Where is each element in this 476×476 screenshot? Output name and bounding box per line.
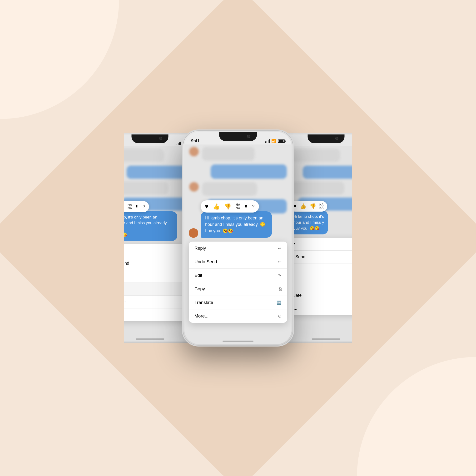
status-icons-center: 📶 xyxy=(265,138,285,143)
reaction-bar-left: 👎 HANA ‼ ? xyxy=(114,201,149,212)
menu-undosend-right[interactable]: Undo Send ↩ xyxy=(279,251,374,263)
notch-center xyxy=(219,132,257,141)
home-indicator-center xyxy=(222,340,254,342)
menu-translate-center[interactable]: Translate 🔤 xyxy=(189,296,287,309)
menu-translate-right[interactable]: Translate 🔤 xyxy=(279,289,374,302)
home-indicator-left xyxy=(136,339,164,340)
message-bubble-center: Hi lamb chop, it's only been an hour and… xyxy=(201,211,272,238)
home-indicator-right xyxy=(312,339,340,340)
phone-center: 9:41 📶 xyxy=(183,131,293,345)
status-time-center: 9:41 xyxy=(191,138,200,143)
notch-right xyxy=(308,135,345,143)
status-icons-right: 📶 xyxy=(353,141,371,146)
context-menu-center: Reply ↩ Undo Send ↩ Edit ✎ xyxy=(189,241,287,323)
reaction-bar-right: ♥ 👍 👎 HANA xyxy=(290,201,327,212)
menu-undosend-center[interactable]: Undo Send ↩ xyxy=(189,255,287,269)
message-bubble-right: Hi lamb chop, it'shour and I miss yLuv y… xyxy=(289,211,328,235)
menu-copy-right[interactable]: Copy ⎘ xyxy=(279,276,374,289)
message-bubble-left: chop, it's only been anhour and I miss y… xyxy=(113,211,177,241)
menu-copy-center[interactable]: Copy ⎘ xyxy=(189,282,287,296)
menu-reply-center[interactable]: Reply ↩ xyxy=(189,241,287,255)
menu-edit-center[interactable]: Edit ✎ xyxy=(189,269,287,282)
reaction-bar-center: ♥ 👍 👎 HANA ‼ ? xyxy=(201,200,259,213)
menu-reply-right[interactable]: Reply ↩ xyxy=(279,238,374,251)
context-menu-right: Reply ↩ Undo Send ↩ Edit ✎ xyxy=(279,238,374,315)
notch-left xyxy=(132,135,169,143)
menu-more-center[interactable]: More... ⊙ xyxy=(189,309,287,323)
menu-edit-right[interactable]: Edit ✎ xyxy=(279,263,374,276)
menu-more-right[interactable]: More... ⊙ xyxy=(279,302,374,315)
